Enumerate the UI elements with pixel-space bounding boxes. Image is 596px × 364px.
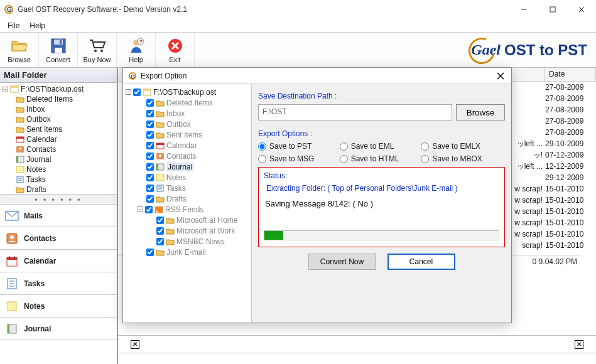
svg-text:G: G <box>131 73 135 80</box>
tree-root[interactable]: − F:\OST\backup.ost <box>3 84 114 94</box>
opt-pst-radio[interactable] <box>258 142 266 151</box>
tree-item[interactable]: Notes <box>3 164 114 174</box>
opt-msg-radio[interactable] <box>258 155 266 163</box>
opt-html[interactable]: Save to HTML <box>340 154 421 163</box>
tree-item[interactable]: Sent Items <box>3 124 114 134</box>
export-item-checkbox[interactable] <box>156 217 164 224</box>
export-tree-item[interactable]: −RSS Feeds <box>126 204 249 215</box>
footer-close-right[interactable]: ✕ <box>575 340 583 349</box>
nav-contacts[interactable]: Contacts <box>0 227 117 250</box>
tree-item[interactable]: Tasks <box>3 174 114 185</box>
ost-file-icon <box>143 88 151 96</box>
opt-eml[interactable]: Save to EML <box>340 142 421 151</box>
export-item-checkbox[interactable] <box>156 238 164 245</box>
toolbar-buynow-label: Buy Now <box>83 56 111 63</box>
tree-item[interactable]: Outbox <box>3 114 114 124</box>
svg-rect-43 <box>8 302 16 311</box>
save-path-input[interactable]: F:\OST <box>258 104 452 120</box>
export-item-checkbox[interactable] <box>146 131 154 139</box>
export-item-checkbox[interactable] <box>146 195 154 203</box>
tree-item-label: Inbox <box>26 105 45 114</box>
dialog-close-button[interactable] <box>495 70 506 82</box>
export-tree-item[interactable]: Sent Items <box>126 129 249 140</box>
list-col-date[interactable]: Date <box>545 68 596 81</box>
export-item-checkbox[interactable] <box>145 206 153 213</box>
footer-close-left[interactable]: ✕ <box>131 340 139 349</box>
tree-item[interactable]: Inbox <box>3 104 114 114</box>
export-tree-item[interactable]: Drafts <box>126 193 249 204</box>
export-item-checkbox[interactable] <box>146 174 154 181</box>
tree-item[interactable]: Journal <box>3 154 114 164</box>
tree-item[interactable]: Deleted Items <box>3 94 114 104</box>
mail-icon <box>5 209 19 223</box>
list-date: 27-08-2009 <box>545 117 589 126</box>
cancel-button[interactable]: Cancel <box>387 254 455 270</box>
export-item-checkbox[interactable] <box>146 110 154 117</box>
nav-notes[interactable]: Notes <box>0 295 117 318</box>
nav-tasks-label: Tasks <box>24 279 45 288</box>
opt-pst[interactable]: Save to PST <box>258 142 340 151</box>
toolbar-buynow[interactable]: Buy Now <box>78 33 117 67</box>
export-tree-item[interactable]: Notes <box>126 172 249 183</box>
mail-folder-tree[interactable]: − F:\OST\backup.ost Deleted ItemsInboxOu… <box>0 83 117 195</box>
list-date: 12-12-2009 <box>545 162 589 171</box>
export-item-checkbox[interactable] <box>156 227 164 235</box>
export-item-checkbox[interactable] <box>146 120 154 128</box>
collapse-icon[interactable]: − <box>3 87 8 92</box>
toolbar-convert[interactable]: Convert <box>39 33 78 67</box>
toolbar-help[interactable]: ? Help <box>117 33 156 67</box>
opt-mbox-label: Save to MBOX <box>432 154 482 163</box>
export-item-checkbox[interactable] <box>146 142 154 149</box>
maximize-button[interactable] <box>538 0 567 19</box>
opt-mbox-radio[interactable] <box>421 155 429 163</box>
export-item-checkbox[interactable] <box>146 249 154 256</box>
svg-rect-19 <box>11 86 18 88</box>
export-tree-item[interactable]: Contacts <box>126 151 249 161</box>
toolbar-browse[interactable]: Browse <box>0 33 39 67</box>
close-button[interactable] <box>567 0 596 19</box>
export-tree[interactable]: − F:\OST\backup.ost Deleted ItemsInboxOu… <box>123 84 251 323</box>
nav-calendar[interactable]: Calendar <box>0 250 117 272</box>
collapse-icon[interactable]: − <box>126 89 131 95</box>
folder-open-icon <box>11 37 28 55</box>
export-tree-item[interactable]: Microsoft at Home <box>126 215 249 225</box>
export-tree-item[interactable]: Tasks <box>126 183 249 193</box>
nav-journal[interactable]: Journal <box>0 318 117 340</box>
export-root-checkbox[interactable] <box>133 88 141 96</box>
opt-eml-radio[interactable] <box>340 142 348 151</box>
nav-mails[interactable]: Mails <box>0 205 117 227</box>
export-tree-item[interactable]: Junk E-mail <box>126 247 249 257</box>
opt-emlx[interactable]: Save to EMLX <box>421 142 502 151</box>
tree-item[interactable]: Drafts <box>3 185 114 195</box>
export-tree-item[interactable]: Inbox <box>126 108 249 119</box>
export-tree-item[interactable]: Outbox <box>126 119 249 129</box>
opt-emlx-radio[interactable] <box>421 142 429 151</box>
browse-button[interactable]: Browse <box>456 104 505 120</box>
toolbar-exit[interactable]: Exit <box>156 33 195 67</box>
menu-help[interactable]: Help <box>24 20 50 31</box>
export-tree-item[interactable]: Deleted Items <box>126 97 249 108</box>
export-item-label: Journal <box>166 163 193 171</box>
nav-tasks[interactable]: Tasks <box>0 272 117 295</box>
export-tree-root[interactable]: − F:\OST\backup.ost <box>126 87 249 97</box>
opt-mbox[interactable]: Save to MBOX <box>421 154 502 163</box>
opt-msg[interactable]: Save to MSG <box>258 154 340 163</box>
export-item-checkbox[interactable] <box>146 99 154 107</box>
export-tree-item[interactable]: MSNBC News <box>126 236 249 247</box>
export-tree-item[interactable]: Journal <box>126 161 249 172</box>
export-item-checkbox[interactable] <box>146 185 154 192</box>
tree-item[interactable]: Calendar <box>3 134 114 144</box>
export-tree-item[interactable]: Microsoft at Work <box>126 225 249 236</box>
opt-html-radio[interactable] <box>340 155 348 163</box>
minimize-button[interactable] <box>509 0 538 19</box>
export-tree-item[interactable]: Calendar <box>126 140 249 151</box>
menu-file[interactable]: File <box>3 20 24 31</box>
export-item-label: Microsoft at Work <box>176 227 235 235</box>
convert-now-button[interactable]: Convert Now <box>308 254 376 270</box>
expand-icon[interactable]: − <box>138 206 143 212</box>
menu-bar: File Help <box>0 19 596 33</box>
export-item-checkbox[interactable] <box>146 153 154 160</box>
panel-grip[interactable]: • • • • • • <box>0 195 117 205</box>
export-item-checkbox[interactable] <box>146 163 154 171</box>
tree-item[interactable]: Contacts <box>3 144 114 154</box>
